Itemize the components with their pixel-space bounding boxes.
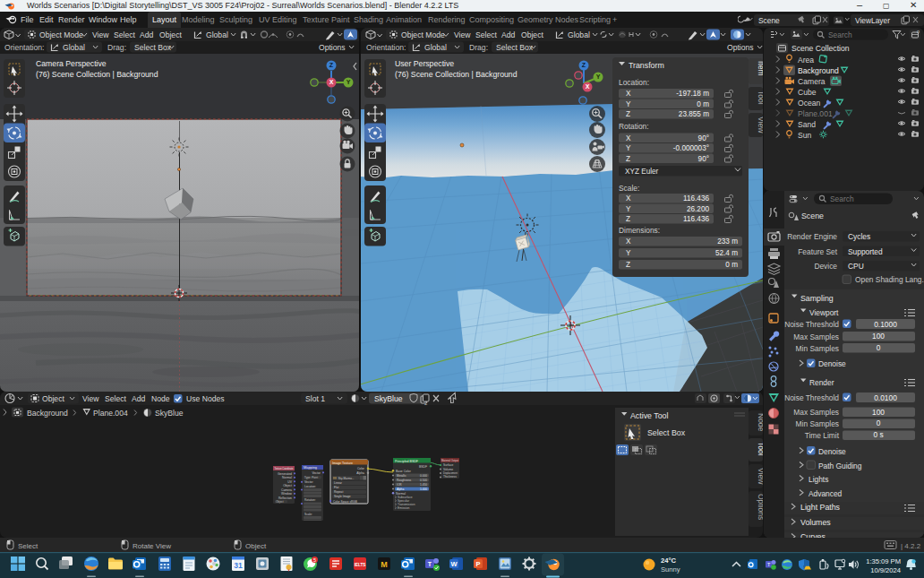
svg-text:Y: Y — [596, 73, 601, 80]
svg-text:Drag:: Drag: — [469, 43, 488, 52]
svg-text:Plane.004: Plane.004 — [93, 409, 128, 418]
svg-text:Y: Y — [626, 249, 631, 257]
svg-text:Rotation:: Rotation: — [619, 122, 649, 131]
svg-text:Drag:: Drag: — [107, 43, 126, 52]
svg-text:Sky-Marmo...: Sky-Marmo... — [338, 477, 355, 480]
svg-text:Add: Add — [140, 30, 154, 39]
svg-text:0: 0 — [877, 343, 881, 352]
svg-text:Normal: Normal — [282, 476, 292, 479]
svg-text:Scene Collection: Scene Collection — [791, 44, 850, 53]
svg-text:Type: Point: Type: Point — [304, 476, 318, 479]
svg-text:Lights: Lights — [808, 475, 828, 484]
svg-text:Object: Object — [159, 30, 182, 39]
svg-text:User Perspective: User Perspective — [395, 59, 454, 68]
svg-text:BSDF: BSDF — [419, 465, 427, 469]
svg-text:Y: Y — [346, 79, 351, 85]
svg-text:X: X — [626, 90, 631, 98]
svg-text:Area: Area — [798, 56, 814, 65]
svg-text:Object Mode: Object Mode — [401, 30, 445, 39]
svg-text:Noise Threshold: Noise Threshold — [784, 393, 839, 402]
svg-text:Open Shading Lang...: Open Shading Lang... — [855, 275, 924, 284]
svg-text:90°: 90° — [698, 134, 709, 142]
svg-text:Vector: Vector — [304, 480, 313, 484]
svg-text:Volume: Volume — [443, 468, 453, 471]
svg-text:SkyBlue: SkyBlue — [374, 394, 403, 403]
svg-text:Object: Object — [283, 484, 292, 487]
svg-text:Window: Window — [281, 492, 293, 496]
svg-text:Global: Global — [424, 43, 447, 52]
svg-text:M: M — [381, 560, 388, 569]
svg-text:Background: Background — [27, 409, 68, 418]
svg-text:Z: Z — [626, 215, 630, 223]
svg-text:X: X — [626, 134, 631, 142]
svg-text:-197.18 m: -197.18 m — [676, 90, 709, 98]
svg-text:Search: Search — [830, 194, 854, 203]
svg-text:Cube: Cube — [798, 88, 817, 97]
svg-text:Select Box: Select Box — [647, 428, 686, 437]
svg-text:Ocean: Ocean — [798, 99, 821, 108]
svg-text:Active Tool: Active Tool — [630, 411, 668, 420]
svg-text:Options: Options — [757, 494, 763, 520]
svg-text:View: View — [757, 468, 763, 485]
svg-text:P: P — [475, 560, 480, 568]
svg-text:T: T — [428, 561, 432, 567]
svg-text:View: View — [757, 116, 763, 134]
svg-text:Sand: Sand — [798, 120, 816, 129]
svg-text:| 4.2.2: | 4.2.2 — [901, 542, 921, 550]
svg-text:Cycles: Cycles — [848, 232, 870, 241]
svg-text:Object: Object — [276, 500, 284, 504]
svg-text:Background: Background — [798, 66, 839, 75]
svg-text:Device: Device — [814, 262, 837, 271]
svg-text:View: View — [92, 30, 109, 39]
svg-text:Item: Item — [757, 61, 763, 76]
svg-text:Max Samples: Max Samples — [793, 332, 839, 341]
svg-text:Plane.001: Plane.001 — [798, 109, 833, 118]
svg-text:Tool: Tool — [757, 442, 763, 456]
svg-text:Select Box: Select Box — [496, 43, 534, 52]
svg-text:1:35:09 PM: 1:35:09 PM — [866, 557, 901, 565]
svg-text:ViewLayer: ViewLayer — [855, 16, 890, 25]
svg-text:Alpha: Alpha — [397, 487, 404, 491]
svg-text:0 m: 0 m — [725, 261, 738, 269]
svg-text:5: 5 — [313, 557, 316, 563]
svg-text:Z: Z — [626, 110, 630, 118]
svg-text:Color Space sRGB: Color Space sRGB — [333, 500, 357, 504]
svg-text:X: X — [329, 79, 334, 85]
svg-text:0.1000: 0.1000 — [874, 320, 897, 329]
svg-text:Light Paths: Light Paths — [800, 503, 841, 512]
svg-text:Thickness: Thickness — [443, 475, 457, 479]
svg-text:Surface: Surface — [443, 463, 454, 467]
svg-text:Select: Select — [105, 394, 126, 403]
svg-text:Select: Select — [475, 30, 497, 39]
svg-text:(76) Scene Collection | Backgr: (76) Scene Collection | Background — [395, 70, 518, 79]
svg-text:Advanced: Advanced — [808, 489, 843, 498]
svg-text:Z: Z — [582, 62, 586, 68]
svg-text:Time Limit: Time Limit — [805, 431, 840, 440]
svg-text:Metallic: Metallic — [397, 474, 406, 478]
svg-text:116.436: 116.436 — [683, 194, 709, 203]
svg-text:Normal: Normal — [396, 492, 406, 496]
svg-text:Render: Render — [809, 378, 834, 387]
svg-text:0.000: 0.000 — [420, 474, 427, 478]
svg-text:Base Color: Base Color — [396, 470, 412, 473]
svg-text:1.450: 1.450 — [420, 483, 427, 487]
svg-text:Feature Set: Feature Set — [798, 247, 837, 256]
svg-text:Camera: Camera — [281, 488, 292, 492]
svg-text:Rotate View: Rotate View — [133, 542, 171, 550]
svg-text:Global: Global — [568, 30, 590, 39]
svg-text:Use Nodes: Use Nodes — [186, 394, 225, 403]
svg-text:View: View — [454, 30, 471, 39]
svg-text:10/9/2024: 10/9/2024 — [870, 566, 901, 574]
svg-text:0.500: 0.500 — [420, 479, 427, 482]
svg-text:Render Engine: Render Engine — [787, 232, 837, 241]
svg-text:0 s: 0 s — [873, 430, 883, 439]
svg-text:Sun: Sun — [798, 131, 812, 140]
svg-text:Z: Z — [626, 261, 630, 269]
svg-text:X: X — [586, 83, 590, 90]
svg-text:o: o — [917, 29, 920, 34]
svg-text:1.000: 1.000 — [420, 487, 427, 491]
svg-text:SkyBlue: SkyBlue — [155, 409, 184, 418]
svg-text:XYZ Euler: XYZ Euler — [625, 168, 659, 176]
svg-text:Select: Select — [18, 542, 38, 550]
svg-text:Add: Add — [132, 394, 146, 403]
